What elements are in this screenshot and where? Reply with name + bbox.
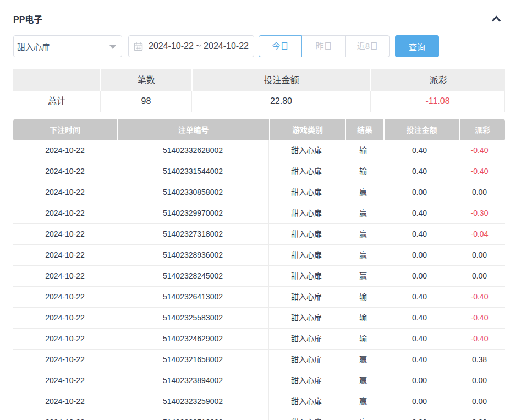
quick-range-button-2[interactable]: 近8日: [346, 35, 390, 57]
cell-result: 输: [344, 287, 382, 307]
game-select-value: 甜入心扉: [17, 41, 50, 52]
table-row: 2024-10-2251402323894002甜入心扉赢0.000.00: [13, 370, 505, 391]
cell-game-type: 甜入心扉: [268, 370, 344, 391]
cell-bet-amount: 0.00: [382, 266, 457, 286]
cell-bet-time: 2024-10-22: [13, 412, 117, 420]
cell-result: 赢: [344, 350, 382, 370]
cell-bet-time: 2024-10-22: [13, 182, 117, 203]
cell-bet-amount: 0.00: [382, 391, 457, 412]
cell-bet-time: 2024-10-22: [13, 161, 117, 182]
cell-game-type: 甜入心扉: [268, 350, 344, 370]
cell-bet-id: 51402322716002: [117, 412, 268, 420]
table-header-payout: 派彩: [459, 119, 505, 140]
chevron-up-icon[interactable]: [491, 15, 501, 22]
summary-total-label: 总计: [13, 91, 100, 112]
game-select[interactable]: 甜入心扉: [13, 35, 122, 57]
cell-payout: -0.40: [457, 140, 502, 161]
cell-bet-amount: 0.40: [382, 308, 457, 328]
summary-payout-value: -11.08: [370, 91, 505, 112]
cell-result: 赢: [344, 245, 382, 265]
caret-down-icon: [109, 45, 116, 49]
cell-bet-time: 2024-10-22: [13, 370, 117, 391]
cell-game-type: 甜入心扉: [268, 412, 344, 420]
cell-bet-time: 2024-10-22: [13, 245, 117, 265]
table-row: 2024-10-2251402326413002甜入心扉输0.40-0.40: [13, 287, 505, 308]
cell-bet-amount: 0.40: [382, 224, 457, 244]
cell-bet-id: 51402323259002: [117, 391, 268, 412]
cell-result: 赢: [344, 203, 382, 223]
quick-range-button-1[interactable]: 昨日: [302, 35, 346, 57]
cell-payout: -0.40: [457, 329, 502, 349]
summary-total-row: 总计 98 22.80 -11.08: [13, 91, 505, 112]
cell-bet-time: 2024-10-22: [13, 329, 117, 349]
bet-records-table: 下注时间注单编号游戏类别结果投注金额派彩 2024-10-22514023326…: [13, 119, 505, 420]
table-row: 2024-10-2251402321658002甜入心扉赢0.400.38: [13, 350, 505, 370]
cell-game-type: 甜入心扉: [268, 287, 344, 307]
cell-bet-time: 2024-10-22: [13, 308, 117, 328]
cell-bet-id: 51402328936002: [117, 245, 268, 265]
table-row: 2024-10-2251402331544002甜入心扉输0.40-0.40: [13, 161, 505, 182]
cell-bet-amount: 0.00: [382, 370, 457, 391]
cell-bet-id: 51402324629002: [117, 329, 268, 349]
cell-payout: 0.00: [457, 412, 502, 420]
cell-bet-time: 2024-10-22: [13, 203, 117, 223]
cell-bet-amount: 0.40: [382, 287, 457, 307]
cell-result: 输: [344, 161, 382, 182]
cell-game-type: 甜入心扉: [268, 203, 344, 223]
cell-bet-amount: 0.00: [382, 412, 457, 420]
table-row: 2024-10-2251402332628002甜入心扉输0.40-0.40: [13, 140, 505, 161]
cell-payout: -0.40: [457, 287, 502, 307]
cell-result: 输: [344, 308, 382, 328]
summary-header-bet-amount: 投注金额: [191, 69, 370, 91]
cell-game-type: 甜入心扉: [268, 182, 344, 203]
cell-bet-id: 51402327318002: [117, 224, 268, 244]
cell-payout: -0.40: [457, 161, 502, 182]
cell-payout: 0.00: [457, 391, 502, 412]
cell-bet-amount: 0.40: [382, 203, 457, 223]
cell-bet-id: 51402331544002: [117, 161, 268, 182]
table-row: 2024-10-2251402328245002甜入心扉赢0.000.00: [13, 266, 505, 287]
summary-header-empty: [13, 69, 100, 91]
table-row: 2024-10-2251402330858002甜入心扉赢0.000.00: [13, 182, 505, 203]
cell-bet-time: 2024-10-22: [13, 287, 117, 307]
cell-game-type: 甜入心扉: [268, 140, 344, 161]
cell-game-type: 甜入心扉: [268, 266, 344, 286]
cell-bet-amount: 0.40: [382, 329, 457, 349]
table-header-bet-time: 下注时间: [13, 119, 117, 140]
cell-bet-amount: 0.40: [382, 140, 457, 161]
quick-range-group: 今日昨日近8日: [259, 35, 390, 57]
calendar-icon: [134, 42, 143, 51]
cell-game-type: 甜入心扉: [268, 391, 344, 412]
cell-payout: 0.00: [457, 182, 502, 203]
cell-payout: -0.30: [457, 203, 502, 223]
cell-bet-time: 2024-10-22: [13, 224, 117, 244]
cell-result: 赢: [344, 412, 382, 420]
cell-bet-id: 51402329970002: [117, 203, 268, 223]
cell-bet-id: 51402326413002: [117, 287, 268, 307]
cell-payout: 0.00: [457, 245, 502, 265]
cell-bet-amount: 0.00: [382, 245, 457, 265]
cell-result: 赢: [344, 182, 382, 203]
cell-bet-time: 2024-10-22: [13, 350, 117, 370]
panel-title: PP电子: [13, 12, 42, 25]
cell-bet-id: 51402332628002: [117, 140, 268, 161]
table-header-bet-id: 注单编号: [117, 119, 269, 140]
cell-result: 赢: [344, 266, 382, 286]
cell-payout: -0.40: [457, 308, 502, 328]
summary-bet-amount-value: 22.80: [191, 91, 370, 112]
table-header-bet-amount: 投注金额: [383, 119, 459, 140]
cell-bet-time: 2024-10-22: [13, 266, 117, 286]
cell-result: 输: [344, 329, 382, 349]
cell-bet-id: 51402330858002: [117, 182, 268, 203]
cell-payout: 0.00: [457, 266, 502, 286]
table-row: 2024-10-2251402329970002甜入心扉赢0.40-0.30: [13, 203, 505, 224]
table-row: 2024-10-2251402325583002甜入心扉输0.40-0.40: [13, 308, 505, 329]
search-button[interactable]: 查询: [395, 35, 439, 57]
cell-payout: 0.00: [457, 370, 502, 391]
date-range-value: 2024-10-22 ~ 2024-10-22: [149, 41, 249, 51]
quick-range-button-0[interactable]: 今日: [259, 35, 302, 57]
cell-game-type: 甜入心扉: [268, 308, 344, 328]
date-range-picker[interactable]: 2024-10-22 ~ 2024-10-22: [128, 35, 254, 57]
cell-game-type: 甜入心扉: [268, 245, 344, 265]
cell-result: 赢: [344, 391, 382, 412]
